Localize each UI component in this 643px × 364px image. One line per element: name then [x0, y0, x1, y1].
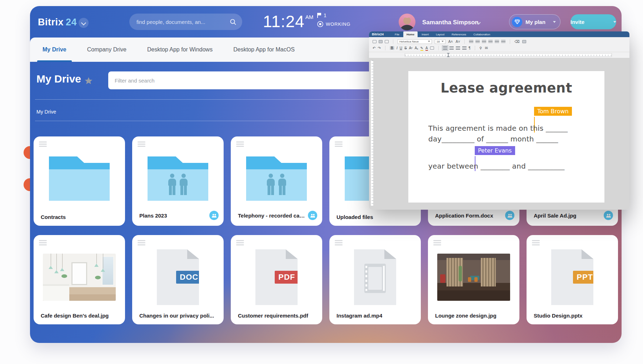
card-menu-icon[interactable] — [532, 240, 540, 246]
doc-file-icon: DOC — [157, 249, 199, 305]
file-card[interactable]: Plans 2023 — [132, 136, 224, 226]
menu-collaboration[interactable]: Collaboration — [470, 31, 493, 37]
global-search[interactable] — [129, 14, 242, 30]
bold-button[interactable]: B — [390, 46, 394, 50]
clear-format-icon[interactable]: ⌫ — [514, 40, 519, 44]
font-size-select[interactable]: 18 — [435, 39, 445, 44]
user-name[interactable]: Samantha Simpson — [422, 19, 479, 26]
tab-desktop-macos[interactable]: Desktop App for MacOS — [228, 38, 300, 62]
paste-icon[interactable] — [385, 40, 389, 43]
file-name[interactable]: Plans 2023 — [139, 213, 167, 219]
italic-button[interactable]: I — [397, 46, 398, 50]
card-menu-icon[interactable] — [138, 240, 145, 246]
align-right-icon[interactable] — [456, 46, 460, 50]
file-name[interactable]: Uploaded files — [337, 214, 373, 220]
card-menu-icon[interactable] — [236, 240, 244, 246]
shared-users-icon — [505, 211, 514, 220]
favorite-star-icon[interactable] — [84, 76, 93, 85]
decrease-font-icon[interactable]: A˅ — [456, 40, 460, 44]
file-card[interactable]: Contracts — [34, 136, 125, 226]
menu-layout[interactable]: Layout — [433, 31, 448, 37]
user-avatar[interactable] — [399, 14, 415, 30]
vertical-ruler[interactable] — [370, 60, 374, 206]
shared-users-icon — [308, 211, 317, 220]
format-painter-icon[interactable]: ⚲ — [479, 46, 482, 50]
menu-home[interactable]: Home — [403, 31, 418, 37]
numbered-list-icon[interactable] — [475, 40, 480, 43]
file-card[interactable]: Instagram ad.mp4 — [329, 235, 421, 324]
screen: Bitrix24 11:24AM 1 WORKING Sam — [0, 0, 643, 364]
superscript-button[interactable]: Aˣ — [409, 46, 413, 50]
photo-thumbnail-cafe — [43, 254, 116, 301]
bullet-list-icon[interactable] — [469, 40, 473, 43]
undo-icon[interactable]: ↶ — [373, 46, 375, 50]
file-card[interactable]: PDF Customer requirements.pdf — [231, 235, 322, 324]
file-card[interactable]: Telephony - recorded calls — [231, 136, 322, 226]
font-color-button[interactable]: A — [425, 46, 428, 50]
file-card[interactable]: Lounge zone design.jpg — [428, 235, 519, 324]
card-menu-icon[interactable] — [433, 240, 441, 246]
file-name[interactable]: Telephony - recorded calls — [238, 213, 305, 219]
file-name[interactable]: Customer requirements.pdf — [238, 313, 308, 319]
file-name[interactable]: Lounge zone design.jpg — [435, 313, 497, 319]
bitrix-logo[interactable]: Bitrix24 — [38, 17, 77, 28]
my-plan-button[interactable]: My plan — [509, 14, 560, 29]
document-page[interactable]: Lease agreement Tom Brown This agreement… — [408, 71, 604, 203]
invite-button[interactable]: Invite — [570, 14, 616, 29]
shared-folder-icon — [148, 156, 208, 201]
line-spacing-icon[interactable] — [501, 40, 505, 43]
redo-icon[interactable]: ↷ — [378, 46, 380, 50]
flag-icon — [317, 13, 322, 18]
paragraph-marks-icon[interactable]: ¶ — [469, 46, 470, 50]
underline-button[interactable]: U — [400, 46, 402, 50]
tab-desktop-windows[interactable]: Desktop App for Windows — [142, 38, 218, 62]
breadcrumb[interactable]: My Drive — [36, 109, 56, 115]
chevron-down-icon[interactable] — [79, 18, 89, 28]
multilevel-list-icon[interactable] — [482, 40, 486, 43]
shared-users-icon — [604, 211, 613, 220]
file-name[interactable]: Changes in our privacy poli... — [139, 313, 214, 319]
file-name[interactable]: Instagram ad.mp4 — [337, 313, 382, 319]
strikethrough-button[interactable]: S — [404, 46, 407, 50]
editor-menu: File Home Insert Layout References Colla… — [392, 31, 493, 37]
card-menu-icon[interactable] — [39, 141, 47, 148]
card-menu-icon[interactable] — [335, 240, 343, 246]
font-family-select[interactable]: Helvetica Neue — [398, 39, 432, 44]
increase-font-icon[interactable]: A˄ — [448, 40, 453, 44]
insert-image-icon[interactable] — [522, 40, 526, 43]
file-card[interactable]: DOC Changes in our privacy poli... — [132, 235, 224, 324]
horizontal-ruler[interactable] — [405, 53, 612, 57]
subscript-button[interactable]: Aₓ — [415, 46, 418, 50]
menu-insert[interactable]: Insert — [418, 31, 432, 37]
card-menu-icon[interactable] — [39, 240, 47, 246]
decrease-indent-icon[interactable] — [488, 40, 493, 43]
fill-color-icon[interactable] — [430, 46, 434, 50]
align-justify-icon[interactable] — [462, 46, 467, 50]
tab-my-drive[interactable]: My Drive — [37, 38, 72, 62]
increase-indent-icon[interactable] — [495, 40, 499, 43]
work-clock[interactable]: 11:24AM — [263, 12, 313, 31]
file-name[interactable]: Application Form.docx — [435, 213, 493, 219]
align-center-icon[interactable] — [449, 46, 454, 50]
highlight-color-button[interactable]: ✎ — [420, 46, 423, 50]
tab-company-drive[interactable]: Company Drive — [82, 38, 132, 62]
stop-record-icon[interactable] — [317, 21, 323, 27]
copy-icon[interactable] — [379, 40, 383, 43]
align-left-icon[interactable] — [443, 46, 447, 50]
document-title: Lease agreement — [408, 80, 604, 96]
file-name[interactable]: Cafe design Ben's deal.jpg — [41, 313, 109, 319]
file-name[interactable]: Studio Design.pptx — [534, 313, 583, 319]
file-card[interactable]: Cafe design Ben's deal.jpg — [34, 235, 125, 324]
card-menu-icon[interactable] — [138, 141, 145, 148]
print-icon[interactable] — [373, 40, 377, 43]
file-name[interactable]: April Sale Ad.jpg — [534, 213, 576, 219]
card-menu-icon[interactable] — [236, 141, 244, 148]
file-name[interactable]: Contracts — [41, 214, 66, 220]
mailing-icon[interactable]: ✉ — [485, 46, 488, 50]
menu-file[interactable]: File — [392, 31, 403, 37]
flag-count: 1 — [324, 13, 327, 18]
global-search-input[interactable] — [136, 19, 230, 25]
file-card[interactable]: PPT Studio Design.pptx — [527, 235, 618, 324]
card-menu-icon[interactable] — [335, 141, 343, 148]
menu-references[interactable]: References — [448, 31, 469, 37]
